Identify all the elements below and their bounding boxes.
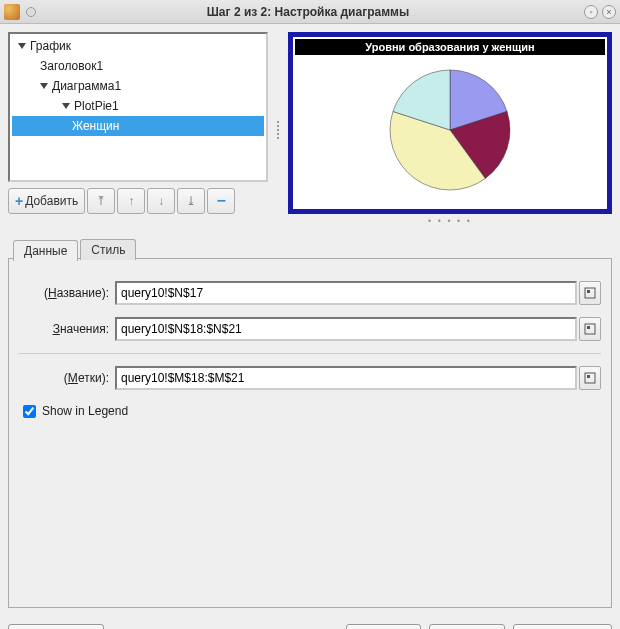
labels-picker[interactable] <box>579 366 601 390</box>
tree-item-plotpie1[interactable]: PlotPie1 <box>12 96 264 116</box>
chart-title: Уровни образования у женщин <box>295 39 605 55</box>
tree-label: PlotPie1 <box>74 99 119 113</box>
show-legend-checkbox[interactable] <box>23 405 36 418</box>
tab-data[interactable]: Данные <box>13 240 78 261</box>
arrow-bottom-icon: ⤓ <box>186 194 196 208</box>
titlebar: Шаг 2 из 2: Настройка диаграммы ◦ × <box>0 0 620 24</box>
tree-item-graph[interactable]: График <box>12 36 264 56</box>
remove-button[interactable]: − <box>207 188 235 214</box>
name-label: (Название): <box>19 286 109 300</box>
range-picker-icon <box>584 323 596 335</box>
add-label: Добавить <box>25 194 78 208</box>
tree-label: Диаграмма1 <box>52 79 121 93</box>
show-legend-label: Show in Legend <box>42 404 128 418</box>
svg-rect-3 <box>587 326 590 329</box>
svg-rect-5 <box>587 375 590 378</box>
window-title: Шаг 2 из 2: Настройка диаграммы <box>36 5 580 19</box>
move-bottom-button[interactable]: ⤓ <box>177 188 205 214</box>
move-top-button[interactable]: ⤒ <box>87 188 115 214</box>
tree-label: График <box>30 39 71 53</box>
minimize-button[interactable]: ◦ <box>584 5 598 19</box>
close-button[interactable]: × <box>602 5 616 19</box>
help-button[interactable]: ❓ Справка <box>8 624 104 629</box>
tree-item-title1[interactable]: Заголовок1 <box>12 56 264 76</box>
arrow-up-icon: ↑ <box>128 194 134 208</box>
vertical-grip[interactable] <box>274 32 282 228</box>
button-bar: ❓ Справка Вставка ◀ Назад Отменить <box>0 616 620 629</box>
tree-label: Заголовок1 <box>40 59 103 73</box>
tab-style[interactable]: Стиль <box>80 239 136 260</box>
svg-rect-1 <box>587 290 590 293</box>
tree-item-diagram1[interactable]: Диаграмма1 <box>12 76 264 96</box>
chart-preview: Уровни образования у женщин <box>288 32 612 214</box>
values-label: Значения: <box>19 322 109 336</box>
name-input[interactable] <box>115 281 577 305</box>
tabs-panel: Данные Стиль (Название): Значения: (Метк… <box>8 258 612 608</box>
arrow-down-icon: ↓ <box>158 194 164 208</box>
tree-toolbar: +Добавить ⤒ ↑ ↓ ⤓ − <box>8 188 268 214</box>
cancel-button[interactable]: Отменить <box>513 624 612 629</box>
back-button[interactable]: ◀ Назад <box>429 624 505 629</box>
app-icon <box>4 4 20 20</box>
move-down-button[interactable]: ↓ <box>147 188 175 214</box>
horizontal-grip[interactable]: • • • • • <box>288 214 612 228</box>
circle-dot <box>26 7 36 17</box>
arrow-top-icon: ⤒ <box>96 194 106 208</box>
insert-button[interactable]: Вставка <box>346 624 421 629</box>
add-button[interactable]: +Добавить <box>8 188 85 214</box>
range-picker-icon <box>584 372 596 384</box>
pie-chart <box>295 55 605 205</box>
range-picker-icon <box>584 287 596 299</box>
values-picker[interactable] <box>579 317 601 341</box>
separator <box>19 353 601 354</box>
minus-icon: − <box>217 192 226 210</box>
name-picker[interactable] <box>579 281 601 305</box>
element-tree[interactable]: График Заголовок1 Диаграмма1 PlotPie1 Же… <box>8 32 268 182</box>
labels-label: (Метки): <box>19 371 109 385</box>
values-input[interactable] <box>115 317 577 341</box>
tree-label: Женщин <box>72 119 119 133</box>
plus-icon: + <box>15 193 23 209</box>
tree-item-women[interactable]: Женщин <box>12 116 264 136</box>
labels-input[interactable] <box>115 366 577 390</box>
move-up-button[interactable]: ↑ <box>117 188 145 214</box>
